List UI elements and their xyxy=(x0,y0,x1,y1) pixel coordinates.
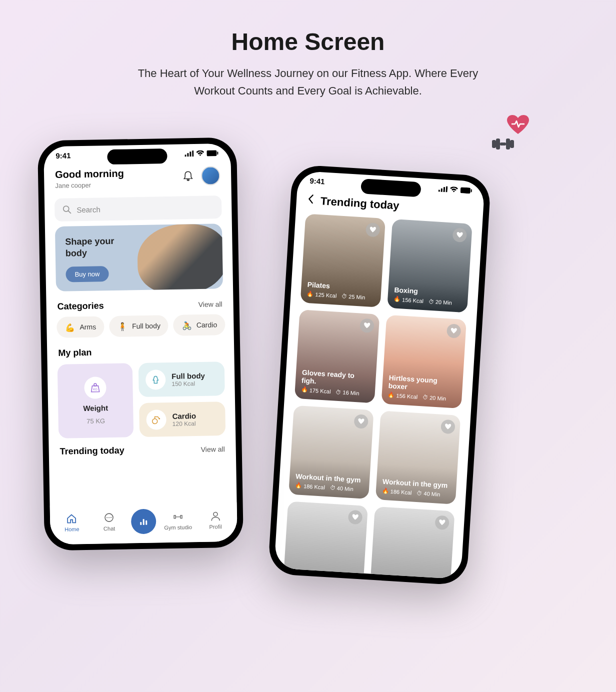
status-icons xyxy=(184,150,218,156)
trend-card-partial1[interactable] xyxy=(282,501,368,579)
wifi-icon xyxy=(450,186,458,192)
weight-icon: KG xyxy=(84,376,106,399)
trend-card-gloves[interactable]: Gloves ready to figh. 🔥 175 Kcal ⏱ 16 Mi… xyxy=(294,310,380,403)
category-fullbody[interactable]: 🧍 Full body xyxy=(109,315,169,337)
svg-point-20 xyxy=(110,517,112,518)
trending-view-all[interactable]: View all xyxy=(201,445,225,454)
search-icon xyxy=(62,205,72,214)
plan-weight-value: 75 KG xyxy=(86,417,105,425)
page-subtitle: The Heart of Your Wellness Journey on ou… xyxy=(128,64,488,100)
my-plan-title: My plan xyxy=(58,348,92,358)
trend-min: ⏱ 40 Min xyxy=(416,490,440,498)
svg-rect-5 xyxy=(184,154,186,156)
heart-icon xyxy=(352,514,359,521)
search-input[interactable]: Search xyxy=(54,196,222,222)
promo-image xyxy=(137,224,223,292)
favorite-button[interactable] xyxy=(354,414,368,429)
trend-card-hirtless[interactable]: Hirtless young boxer 🔥 156 Kcal ⏱ 20 Min xyxy=(382,315,467,408)
plan-card-fullbody[interactable]: Full body 150 Kcal xyxy=(138,362,225,397)
svg-rect-3 xyxy=(506,138,510,150)
fullbody-icon: 🧍 xyxy=(117,320,128,332)
svg-rect-33 xyxy=(471,189,472,192)
arms-icon: 💪 xyxy=(64,322,76,332)
nav-home[interactable]: Home xyxy=(56,513,88,532)
notification-button[interactable] xyxy=(182,170,194,182)
trend-title: Gloves ready to figh. xyxy=(302,368,370,388)
heart-icon xyxy=(369,226,376,234)
svg-rect-9 xyxy=(206,150,216,156)
favorite-button[interactable] xyxy=(348,510,363,525)
trend-kcal: 🔥 156 Kcal xyxy=(394,296,424,304)
plan-card-weight[interactable]: KG Weight 75 KG xyxy=(58,363,134,438)
svg-rect-28 xyxy=(438,190,440,192)
phone-mockup-home: 9:41 Good morning Jane cooper Search xyxy=(38,138,244,551)
nav-label: Profil xyxy=(209,524,222,530)
category-label: Full body xyxy=(132,322,160,330)
plan-fullbody-label: Full body xyxy=(172,371,205,380)
favorite-button[interactable] xyxy=(360,318,374,333)
trend-min: ⏱ 20 Min xyxy=(428,298,452,306)
favorite-button[interactable] xyxy=(452,228,468,242)
trend-title: Hirtless young boxer xyxy=(388,374,457,394)
plan-card-cardio[interactable]: Cardio 120 Kcal xyxy=(139,402,226,437)
svg-rect-23 xyxy=(146,520,147,525)
trend-min: ⏱ 25 Min xyxy=(342,292,366,300)
svg-rect-31 xyxy=(446,186,448,192)
svg-rect-1 xyxy=(496,138,500,150)
promo-card[interactable]: Shape your body Buy now xyxy=(55,224,223,292)
svg-point-13 xyxy=(94,384,96,386)
categories-view-all[interactable]: View all xyxy=(198,300,222,308)
status-icons xyxy=(438,186,473,194)
phone-mockup-trending: 9:41 Trending today Pilates 🔥 125 Kcal ⏱… xyxy=(268,164,491,586)
svg-rect-29 xyxy=(441,188,442,192)
nav-chat[interactable]: Chat xyxy=(94,512,125,532)
heart-icon xyxy=(456,232,464,239)
trend-kcal: 🔥 156 Kcal xyxy=(388,392,418,400)
svg-rect-25 xyxy=(180,516,182,518)
trend-min: ⏱ 40 Min xyxy=(330,484,354,492)
svg-rect-2 xyxy=(500,142,506,146)
nav-label: Chat xyxy=(104,526,115,532)
svg-rect-21 xyxy=(140,522,142,525)
svg-rect-8 xyxy=(192,150,194,156)
status-time: 9:41 xyxy=(56,151,70,160)
trend-card-pilates[interactable]: Pilates 🔥 125 Kcal ⏱ 25 Min xyxy=(300,214,386,307)
trend-card-workout1[interactable]: Workout in the gym 🔥 186 Kcal ⏱ 40 Min xyxy=(288,406,374,499)
favorite-button[interactable] xyxy=(434,515,450,530)
heart-icon xyxy=(444,423,452,430)
nav-stats-fab[interactable] xyxy=(131,509,156,534)
nav-gym[interactable]: Gym studio xyxy=(162,511,194,530)
categories-title: Categories xyxy=(57,300,104,312)
buy-now-button[interactable]: Buy now xyxy=(66,266,108,282)
favorite-button[interactable] xyxy=(366,222,380,238)
home-icon xyxy=(66,513,77,524)
trend-card-boxing[interactable]: Boxing 🔥 156 Kcal ⏱ 20 Min xyxy=(387,219,472,312)
trending-title: Trending today xyxy=(60,446,124,457)
gym-icon xyxy=(172,512,184,522)
favorite-button[interactable] xyxy=(446,324,462,338)
trend-min: ⏱ 16 Min xyxy=(336,388,360,396)
favorite-button[interactable] xyxy=(440,420,456,434)
nav-profile[interactable]: Profil xyxy=(200,510,231,530)
bottom-nav: Home Chat Gym studio Profil xyxy=(50,502,238,545)
trend-kcal: 🔥 175 Kcal xyxy=(301,386,331,394)
trend-kcal: 🔥 186 Kcal xyxy=(382,488,412,496)
back-button[interactable] xyxy=(307,194,314,208)
svg-point-18 xyxy=(106,517,108,518)
battery-icon xyxy=(206,150,218,156)
svg-line-12 xyxy=(68,210,70,213)
trend-kcal: 🔥 186 Kcal xyxy=(295,482,325,490)
avatar[interactable] xyxy=(201,166,220,186)
heart-icon xyxy=(507,115,529,135)
trend-card-workout2[interactable]: Workout in the gym 🔥 186 Kcal ⏱ 40 Min xyxy=(376,410,461,504)
plan-fullbody-value: 150 Kcal xyxy=(172,380,205,387)
trend-card-partial2[interactable] xyxy=(370,506,455,580)
svg-point-19 xyxy=(108,517,110,518)
category-label: Cardio xyxy=(196,320,218,329)
chat-icon xyxy=(104,512,114,524)
category-cardio[interactable]: 🚴 Cardio xyxy=(173,314,225,336)
category-arms[interactable]: 💪 Arms xyxy=(56,316,104,338)
promo-title: Shape your body xyxy=(65,235,130,260)
plan-cardio-label: Cardio xyxy=(172,412,196,420)
dumbbell-icon xyxy=(490,137,516,151)
